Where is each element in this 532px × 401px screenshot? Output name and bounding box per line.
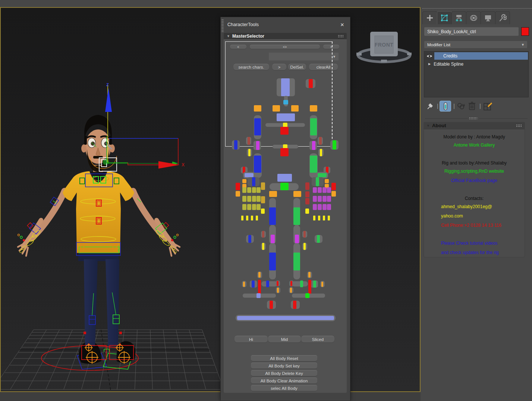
tab-display[interactable] bbox=[481, 11, 495, 24]
separator: | bbox=[453, 103, 455, 109]
separator: | bbox=[479, 103, 481, 109]
about-rollout-header[interactable]: ▼ About bbox=[424, 122, 525, 129]
about-rollout-body: Model done by : Antone MagdyAntone Work … bbox=[424, 129, 525, 257]
masterselector-rollout-header[interactable]: ▼ MasterSelector bbox=[224, 33, 347, 39]
expand-arrow-icon[interactable]: ▶ bbox=[428, 62, 431, 66]
tab-modify[interactable] bbox=[437, 11, 452, 24]
modifier-stack: Credits ▶ Editable Spline bbox=[424, 51, 529, 97]
wrench-icon bbox=[498, 14, 507, 22]
divider-grip[interactable] bbox=[469, 117, 477, 119]
modify-icon bbox=[440, 14, 448, 22]
viewport-bottom-strip bbox=[0, 392, 421, 401]
all-body-clear-animation-button[interactable]: All Body Clear Animation bbox=[251, 377, 317, 384]
rollout-grip[interactable] bbox=[516, 124, 522, 128]
hierarchy-icon bbox=[455, 14, 463, 22]
configure-modifier-sets-icon[interactable] bbox=[483, 101, 492, 111]
about-line: Antone Work Gallery bbox=[424, 142, 525, 148]
divider bbox=[425, 118, 468, 119]
window-drag-grip[interactable] bbox=[221, 19, 224, 32]
z-axis-label: Z bbox=[106, 82, 109, 87]
about-line: Model done by : Antone Magdy bbox=[424, 134, 525, 140]
chevron-down-icon: ▼ bbox=[333, 55, 336, 59]
tab-motion[interactable] bbox=[466, 11, 481, 24]
close-icon[interactable]: ✕ bbox=[339, 21, 346, 28]
chevron-down-icon: ▼ bbox=[521, 43, 525, 47]
collapse-arrow-icon: ▼ bbox=[426, 124, 430, 128]
tab-hierarchy[interactable] bbox=[451, 11, 466, 24]
viewcube-front-face: FRONT bbox=[375, 42, 394, 48]
about-line: yahoo.com bbox=[424, 213, 525, 219]
viewcube[interactable]: FRONT bbox=[356, 32, 412, 62]
display-icon bbox=[484, 14, 492, 22]
selection-frame-dashed-edge bbox=[332, 41, 333, 146]
stack-item-label: Credits bbox=[443, 53, 457, 59]
all-body-set-key-button[interactable]: All Body Set key bbox=[251, 363, 317, 369]
about-line: Official FaceBook page bbox=[424, 178, 525, 183]
about-line: Rig and tools by:Ahmed Shalaby bbox=[424, 160, 525, 166]
make-unique-icon[interactable] bbox=[457, 102, 466, 111]
modifier-list-label: Modifier List bbox=[427, 43, 450, 47]
plus-icon bbox=[426, 14, 434, 22]
z-axis-arrow bbox=[105, 88, 112, 112]
object-name-field[interactable]: Shiko_Body_LookAt_ctrl bbox=[424, 27, 519, 36]
motion-icon bbox=[469, 14, 478, 22]
lod-hi-button[interactable]: Hi bbox=[234, 336, 268, 343]
stack-item-credits[interactable]: Credits bbox=[425, 52, 528, 60]
masterselector-rollout-title: MasterSelector bbox=[232, 34, 264, 39]
about-line: Please Check tutorial videos bbox=[424, 241, 525, 246]
collapse-arrow-icon: ▼ bbox=[227, 34, 230, 38]
stack-item-label: Editable Spline bbox=[434, 62, 463, 67]
pin-stack-icon[interactable] bbox=[426, 102, 435, 111]
viewport[interactable]: Z X bbox=[0, 7, 421, 392]
all-body-delete-key-button[interactable]: All Body Delete Key bbox=[251, 370, 317, 376]
divider bbox=[479, 118, 528, 119]
about-line: ahmed_shalaby2001eg@ bbox=[424, 204, 525, 209]
lod-mid-button[interactable]: Mid bbox=[268, 336, 301, 343]
object-color-swatch[interactable] bbox=[521, 27, 529, 36]
screen: Z X bbox=[0, 0, 532, 401]
modifier-list-dropdown[interactable]: Modifier List ▼ bbox=[424, 41, 527, 48]
show-end-result-button[interactable] bbox=[440, 101, 451, 112]
lod-sliced-button[interactable]: Sliced bbox=[301, 336, 334, 343]
visibility-eye-icon[interactable] bbox=[425, 52, 434, 60]
separator: | bbox=[437, 103, 438, 109]
remove-modifier-trash-icon[interactable] bbox=[468, 101, 476, 111]
test-tube-icon bbox=[443, 102, 448, 110]
selection-frame bbox=[225, 41, 333, 147]
rollout-grip[interactable] bbox=[338, 35, 344, 38]
tab-create[interactable] bbox=[422, 11, 437, 24]
x-axis-label: X bbox=[182, 162, 185, 167]
about-line: Contacts: bbox=[424, 196, 525, 201]
about-rollout-title: About bbox=[432, 123, 446, 128]
tab-utilities[interactable] bbox=[495, 11, 510, 24]
about-line: Cell Phone:+2 0128 14 13 116 bbox=[424, 223, 525, 228]
about-line: and check updates for the rig bbox=[424, 250, 525, 255]
command-panel: Shiko_Body_LookAt_ctrl Modifier List ▼ C… bbox=[421, 7, 532, 401]
panel-separator bbox=[422, 8, 532, 9]
window-title: CharacterTools bbox=[227, 22, 259, 27]
x-axis-arrow bbox=[158, 161, 180, 169]
stack-item-editable-spline[interactable]: ▶ Editable Spline bbox=[425, 60, 528, 68]
all-body-reset-button[interactable]: All Body Reset bbox=[251, 355, 317, 361]
viewport-scene: Z X bbox=[1, 8, 420, 391]
character-model[interactable] bbox=[18, 115, 180, 364]
select-all-body-button[interactable]: selec All Body bbox=[251, 385, 317, 391]
about-line: Rigging,scripting,RnD website bbox=[424, 169, 525, 174]
